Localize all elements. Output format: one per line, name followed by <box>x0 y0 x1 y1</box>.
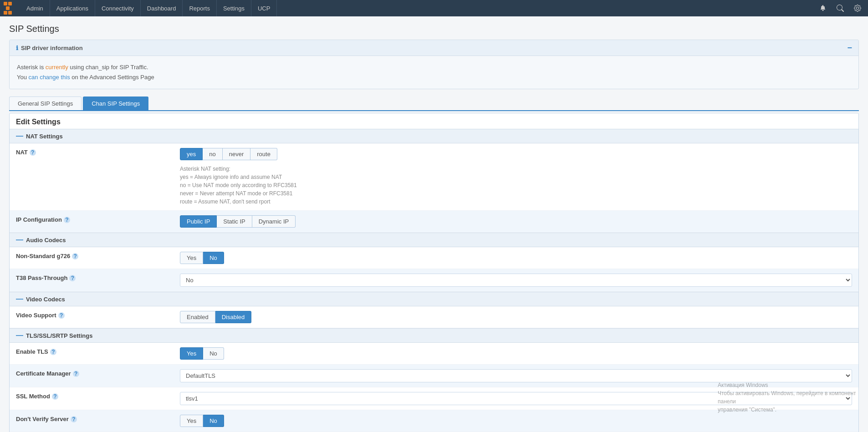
video-section-title: Video Codecs <box>26 296 65 303</box>
t38-passthrough-help-icon[interactable]: ? <box>69 275 76 281</box>
non-standard-g726-control: Yes No <box>180 252 852 264</box>
t38-passthrough-row: T38 Pass-Through ? No Yes Yes - No Error… <box>10 269 858 292</box>
nat-description: Asterisk NAT setting: yes = Always ignor… <box>180 165 852 206</box>
t38-passthrough-label: T38 Pass-Through ? <box>16 274 180 281</box>
nat-no-btn[interactable]: no <box>203 148 222 160</box>
ssl-method-select[interactable]: tlsv1 sslv2 sslv3 tlsv1_1 tlsv1_2 <box>180 392 852 405</box>
info-box-title: ℹ SIP driver information <box>16 45 83 51</box>
app-logo <box>4 2 16 15</box>
dont-verify-no-btn[interactable]: No <box>203 415 224 427</box>
svg-rect-4 <box>8 11 12 15</box>
page-content: SIP Settings ℹ SIP driver information − … <box>0 16 868 432</box>
notifications-icon[interactable] <box>816 1 830 15</box>
nav-item-connectivity[interactable]: Connectivity <box>95 0 141 16</box>
cert-manager-control: DefaultTLS <box>180 369 852 382</box>
info-box: ℹ SIP driver information − Asterisk is c… <box>9 40 859 89</box>
nat-route-btn[interactable]: route <box>250 148 277 160</box>
highlight-currently: currently <box>46 64 68 71</box>
nav-item-ucp[interactable]: UCP <box>251 0 277 16</box>
ssl-method-row: SSL Method ? tlsv1 sslv2 sslv3 tlsv1_1 t… <box>10 387 858 410</box>
video-enabled-btn[interactable]: Enabled <box>180 311 215 323</box>
tls-collapse-icon: — <box>16 331 23 340</box>
enable-tls-control: Yes No <box>180 347 852 360</box>
svg-rect-2 <box>6 6 10 10</box>
t38-passthrough-select[interactable]: No Yes Yes - No Error Correction <box>180 274 852 287</box>
cert-manager-label: Certificate Manager ? <box>16 369 180 377</box>
settings-icon[interactable] <box>851 1 864 15</box>
section-audio: — Audio Codecs <box>10 233 858 247</box>
nat-never-btn[interactable]: never <box>223 148 251 160</box>
nat-help-icon[interactable]: ? <box>30 149 36 156</box>
t38-passthrough-control: No Yes Yes - No Error Correction <box>180 274 852 287</box>
ip-public-btn[interactable]: Public IP <box>180 215 217 228</box>
ssl-method-help-icon[interactable]: ? <box>52 393 58 400</box>
cert-manager-help-icon[interactable]: ? <box>73 371 79 377</box>
collapse-button[interactable]: − <box>847 44 852 52</box>
section-tls: — TLS/SSL/SRTP Settings <box>10 328 858 343</box>
info-circle-icon: ℹ <box>16 45 18 51</box>
tab-general-sip[interactable]: General SIP Settings <box>9 97 82 110</box>
non-standard-g726-help-icon[interactable]: ? <box>72 253 78 259</box>
nat-control: yes no never route Asterisk NAT setting:… <box>180 148 852 206</box>
change-link[interactable]: can change this <box>29 74 70 81</box>
video-collapse-icon: — <box>16 295 23 303</box>
non-standard-g726-no-btn[interactable]: No <box>203 252 224 264</box>
video-support-control: Enabled Disabled <box>180 311 852 323</box>
section-video: — Video Codecs <box>10 292 858 306</box>
info-box-header: ℹ SIP driver information − <box>10 40 858 56</box>
nav-item-reports[interactable]: Reports <box>183 0 217 16</box>
svg-rect-3 <box>4 11 7 15</box>
dont-verify-btn-group: Yes No <box>180 415 224 427</box>
nat-row: NAT ? yes no never route Asterisk NAT se… <box>10 143 858 211</box>
tab-chan-sip[interactable]: Chan SIP Settings <box>83 97 148 110</box>
section-nat: — NAT Settings <box>10 129 858 143</box>
ip-config-btn-group: Public IP Static IP Dynamic IP <box>180 215 296 228</box>
non-standard-g726-yes-btn[interactable]: Yes <box>180 252 203 264</box>
search-icon[interactable] <box>833 1 847 15</box>
nat-yes-btn[interactable]: yes <box>180 148 203 160</box>
ssl-method-control: tlsv1 sslv2 sslv3 tlsv1_1 tlsv1_2 <box>180 392 852 405</box>
info-line2: You can change this on the Advanced Sett… <box>17 72 851 82</box>
video-disabled-btn[interactable]: Disabled <box>215 311 252 323</box>
audio-section-title: Audio Codecs <box>26 237 66 244</box>
dont-verify-help-icon[interactable]: ? <box>71 416 77 422</box>
navbar: Admin Applications Connectivity Dashboar… <box>0 0 868 16</box>
audio-collapse-icon: — <box>16 236 23 244</box>
video-support-btn-group: Enabled Disabled <box>180 311 251 323</box>
nav-item-settings[interactable]: Settings <box>217 0 251 16</box>
ip-config-label: IP Configuration ? <box>16 215 180 223</box>
nat-section-title: NAT Settings <box>26 133 63 140</box>
enable-tls-help-icon[interactable]: ? <box>50 349 56 355</box>
nat-label: NAT ? <box>16 148 180 156</box>
nav-item-applications[interactable]: Applications <box>50 0 95 16</box>
nav-item-admin[interactable]: Admin <box>20 0 50 16</box>
enable-tls-row: Enable TLS ? Yes No <box>10 343 858 365</box>
ip-static-btn[interactable]: Static IP <box>217 215 252 228</box>
dont-verify-server-control: Yes No <box>180 415 852 427</box>
cert-manager-select[interactable]: DefaultTLS <box>180 369 852 382</box>
dont-verify-yes-btn[interactable]: Yes <box>180 415 203 427</box>
ip-config-row: IP Configuration ? Public IP Static IP D… <box>10 211 858 233</box>
tls-no-btn[interactable]: No <box>203 347 224 360</box>
nat-collapse-icon: — <box>16 132 23 140</box>
nat-btn-group: yes no never route <box>180 148 277 160</box>
nav-item-dashboard[interactable]: Dashboard <box>141 0 183 16</box>
page-title: SIP Settings <box>9 24 859 34</box>
ip-config-control: Public IP Static IP Dynamic IP <box>180 215 852 228</box>
ip-dynamic-btn[interactable]: Dynamic IP <box>252 215 296 228</box>
non-standard-g726-label: Non-Standard g726 ? <box>16 252 180 259</box>
video-support-row: Video Support ? Enabled Disabled <box>10 306 858 328</box>
settings-panel: Edit Settings — NAT Settings NAT ? yes n… <box>9 113 859 432</box>
info-box-body: Asterisk is currently using chan_sip for… <box>10 56 858 89</box>
tls-section-title: TLS/SSL/SRTP Settings <box>26 332 92 339</box>
cert-manager-row: Certificate Manager ? DefaultTLS <box>10 365 858 387</box>
nav-icons <box>816 1 864 15</box>
svg-rect-0 <box>4 2 7 5</box>
video-support-help-icon[interactable]: ? <box>58 312 65 319</box>
tls-yes-btn[interactable]: Yes <box>180 347 203 360</box>
video-support-label: Video Support ? <box>16 311 180 319</box>
non-standard-g726-row: Non-Standard g726 ? Yes No <box>10 247 858 269</box>
enable-tls-label: Enable TLS ? <box>16 347 180 355</box>
ip-config-help-icon[interactable]: ? <box>64 217 70 223</box>
tabs-row: General SIP Settings Chan SIP Settings <box>9 97 859 111</box>
